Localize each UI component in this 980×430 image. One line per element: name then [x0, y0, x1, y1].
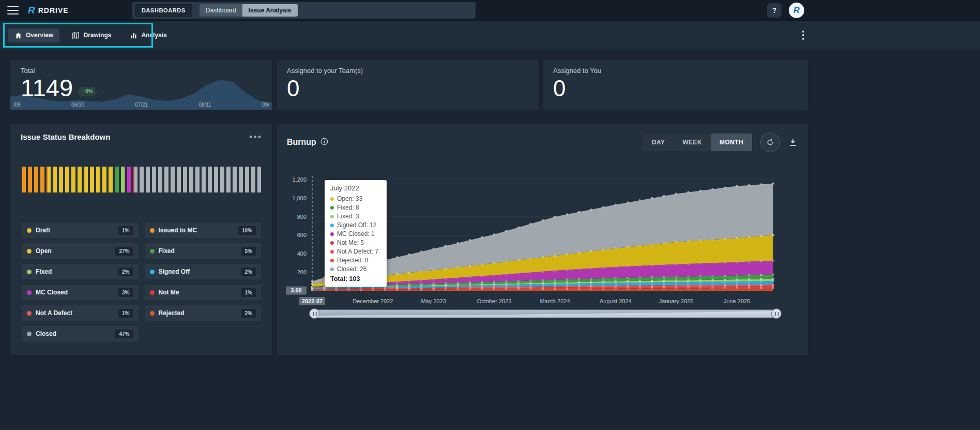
- delta-badge: ↑ 0%: [78, 87, 96, 96]
- legend-percent-badge: 3%: [118, 288, 133, 297]
- chart-range-slider[interactable]: [310, 309, 780, 318]
- legend-item[interactable]: Rejected2%: [145, 305, 262, 321]
- brand-logo[interactable]: R RDRIVE: [28, 5, 69, 16]
- download-icon: [788, 138, 798, 147]
- dashboard-content: Total 1149 ↑ 0% /09 06/30 07/21 08/11 09…: [0, 60, 980, 355]
- legend-label: Open: [36, 247, 111, 255]
- topbar-right: ? R: [767, 0, 804, 21]
- legend-label: Rejected: [159, 309, 237, 317]
- legend-item[interactable]: Open27%: [22, 243, 139, 259]
- spark-label: 09/: [262, 102, 269, 108]
- range-day-button[interactable]: DAY: [643, 134, 673, 151]
- kpi-row: Total 1149 ↑ 0% /09 06/30 07/21 08/11 09…: [10, 60, 980, 110]
- legend-item[interactable]: Closed47%: [22, 326, 139, 342]
- legend-percent-badge: 10%: [238, 226, 256, 235]
- nav-overview[interactable]: Overview: [8, 28, 59, 42]
- legend-label: Draft: [36, 227, 114, 234]
- tooltip-row: MC Closed: 1: [330, 230, 381, 239]
- status-bar-segment: [48, 167, 115, 192]
- legend-item[interactable]: Signed Off2%: [145, 264, 262, 279]
- nav-analysis[interactable]: Analysis: [124, 28, 173, 42]
- help-button[interactable]: ?: [767, 3, 782, 18]
- tab-dashboard[interactable]: Dashboard: [200, 4, 242, 17]
- tooltip-row: Signed Off: 12: [330, 221, 381, 230]
- legend-color-dot: [27, 311, 32, 316]
- refresh-icon: [766, 138, 774, 146]
- avatar[interactable]: R: [789, 3, 804, 18]
- tooltip-series-dot: [330, 232, 334, 236]
- range-month-button[interactable]: MONTH: [711, 134, 752, 151]
- legend-color-dot: [150, 311, 155, 316]
- svg-text:2022-07: 2022-07: [302, 298, 323, 304]
- tooltip-series-dot: [330, 224, 334, 227]
- panel-menu-icon[interactable]: •••: [249, 135, 262, 139]
- spark-label: 06/30: [71, 102, 84, 108]
- issue-status-title: Issue Status Breakdown: [21, 132, 110, 141]
- refresh-button[interactable]: [760, 132, 780, 152]
- info-icon[interactable]: [320, 138, 328, 147]
- legend-color-dot: [150, 290, 155, 295]
- legend-item[interactable]: Fixed5%: [145, 243, 262, 259]
- status-stacked-bar: [22, 167, 261, 192]
- legend-percent-badge: 1%: [118, 226, 133, 235]
- tab-issue-analysis[interactable]: Issue Analysis: [242, 4, 298, 17]
- burnup-title: Burnup: [287, 138, 316, 147]
- slider-left-handle[interactable]: [309, 308, 319, 319]
- status-bar-segment: [115, 167, 120, 192]
- home-icon: [14, 32, 22, 39]
- kpi-team-value: 0: [287, 76, 299, 101]
- hamburger-menu-icon[interactable]: [7, 6, 19, 14]
- slider-preview: [310, 309, 780, 318]
- slider-right-handle[interactable]: [771, 308, 782, 319]
- dashboards-label: DASHBOARDS: [135, 4, 192, 17]
- svg-text:August 2024: August 2024: [600, 298, 632, 304]
- legend-item[interactable]: Not A Defect1%: [22, 305, 139, 321]
- legend-label: Fixed: [159, 247, 237, 255]
- tooltip-row: Not Me: 5: [330, 239, 381, 247]
- panels-row: Issue Status Breakdown ••• Draft1%Issued…: [10, 124, 980, 355]
- svg-text:December 2022: December 2022: [353, 298, 393, 304]
- status-bar-segment: [132, 167, 134, 192]
- svg-text:1,200: 1,200: [292, 176, 307, 183]
- spark-label: 08/11: [199, 102, 211, 108]
- legend-color-dot: [27, 249, 32, 254]
- legend-item[interactable]: Not Me1%: [145, 285, 262, 300]
- legend-item[interactable]: Issued to MC10%: [145, 223, 262, 238]
- svg-text:June 2025: June 2025: [724, 298, 750, 304]
- legend-percent-badge: 47%: [115, 330, 133, 338]
- kpi-card-you: Assigned to You 0: [543, 60, 808, 110]
- legend-percent-badge: 2%: [241, 309, 256, 318]
- sparkline-x-labels: /09 06/30 07/21 08/11 09/: [10, 102, 272, 108]
- tooltip-row: Closed: 26: [330, 265, 381, 274]
- legend-label: Fixed: [36, 268, 114, 275]
- app-root: R RDRIVE DASHBOARDS Dashboard Issue Anal…: [0, 0, 980, 355]
- tooltip-series-dot: [330, 241, 334, 245]
- legend-percent-badge: 1%: [241, 288, 256, 297]
- kpi-you-title: Assigned to You: [553, 67, 601, 75]
- legend-item[interactable]: Fixed2%: [22, 264, 139, 279]
- legend-label: Not A Defect: [36, 309, 114, 317]
- status-bar-segment: [120, 167, 125, 192]
- kpi-card-total: Total 1149 ↑ 0% /09 06/30 07/21 08/11 09…: [10, 60, 272, 110]
- legend-color-dot: [27, 290, 32, 295]
- nav-drawings[interactable]: Drawings: [66, 28, 117, 42]
- legend-item[interactable]: Draft1%: [22, 223, 139, 238]
- dashboards-panel: DASHBOARDS Dashboard Issue Analysis: [132, 2, 476, 19]
- more-options-icon[interactable]: [799, 29, 807, 41]
- svg-text:600: 600: [297, 232, 307, 238]
- range-week-button[interactable]: WEEK: [673, 134, 711, 151]
- legend-color-dot: [27, 332, 32, 336]
- tooltip-series-dot: [330, 250, 334, 254]
- legend-percent-badge: 27%: [115, 247, 133, 256]
- avatar-logo: R: [793, 6, 800, 15]
- status-bar-segment: [22, 167, 48, 192]
- legend-item[interactable]: MC Closed3%: [22, 285, 139, 300]
- tooltip-series-dot: [330, 268, 334, 271]
- tooltip-title: July 2022: [330, 184, 381, 192]
- spark-label: 07/21: [135, 102, 148, 108]
- brand-text: RDRIVE: [38, 6, 69, 14]
- burnup-panel: Burnup DAY WEEK MONTH: [277, 124, 808, 355]
- svg-text:October 2023: October 2023: [477, 298, 512, 304]
- status-bar-segment: [134, 167, 261, 192]
- download-button[interactable]: [788, 138, 798, 147]
